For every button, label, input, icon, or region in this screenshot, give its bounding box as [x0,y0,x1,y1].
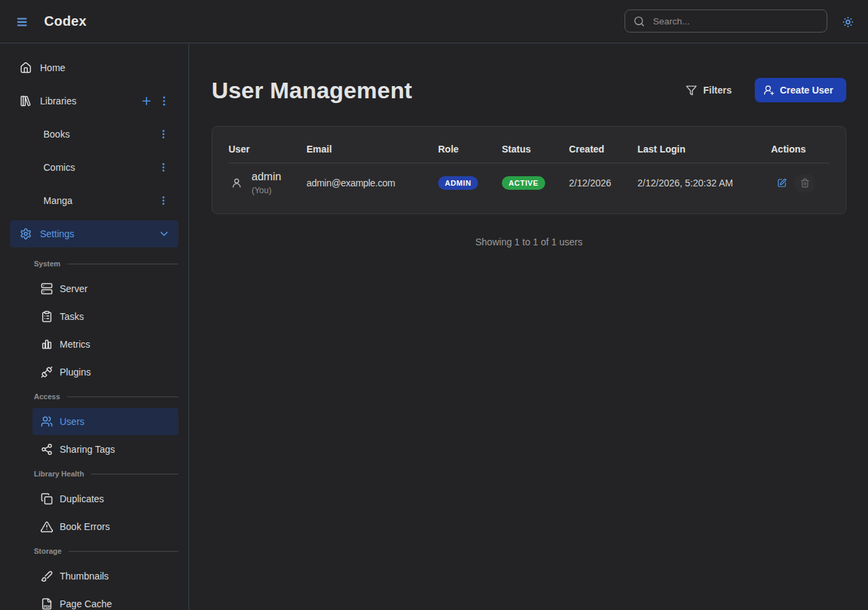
svg-text:PDF: PDF [44,605,52,609]
